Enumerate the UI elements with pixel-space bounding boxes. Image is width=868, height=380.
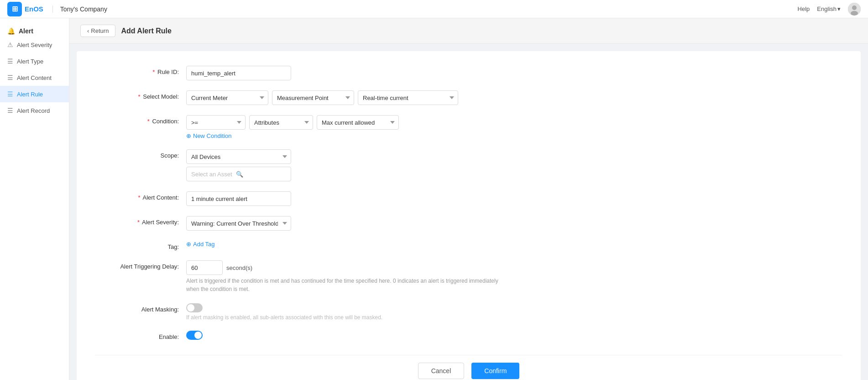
top-nav: ⊞ EnOS Tony's Company Help English ▾ [0, 0, 868, 18]
search-icon: 🔍 [236, 171, 243, 178]
alert-masking-row: Alert Masking: If alert masking is enabl… [95, 303, 842, 321]
alert-masking-label: Alert Masking: [95, 303, 186, 313]
alert-content-row: * Alert Content: [95, 191, 842, 206]
alert-rule-icon: ☰ [7, 90, 13, 98]
tag-control: ⊕ Add Tag [186, 241, 506, 248]
select-model-row: * Select Model: Current Meter Measuremen… [95, 90, 842, 105]
condition-control: >= Attributes Max current allowed ⊕ New … [186, 115, 506, 139]
return-arrow-icon: ‹ [87, 27, 89, 34]
rule-id-label: * Rule ID: [95, 66, 186, 75]
cancel-button[interactable]: Cancel [418, 363, 465, 379]
alert-severity-label: * Alert Severity: [95, 216, 186, 226]
realtime-select[interactable]: Real-time current [358, 90, 458, 105]
condition-group: >= Attributes Max current allowed [186, 115, 506, 130]
select-model-group: Current Meter Measurement Point Real-tim… [186, 90, 506, 105]
sidebar: 🔔 Alert ⚠ Alert Severity ☰ Alert Type ☰ … [0, 18, 69, 380]
scope-control: All Devices Select an Asset 🔍 [186, 149, 506, 181]
tag-row: Tag: ⊕ Add Tag [95, 241, 842, 250]
alert-triggering-delay-control: second(s) Alert is triggered if the cond… [186, 260, 506, 293]
language-selector[interactable]: English ▾ [817, 5, 841, 12]
company-name: Tony's Company [52, 5, 107, 13]
alert-masking-toggle[interactable] [186, 303, 203, 312]
select-model-label: * Select Model: [95, 90, 186, 100]
delay-hint: Alert is triggered if the condition is m… [186, 277, 506, 293]
help-link[interactable]: Help [798, 5, 810, 12]
threshold-select[interactable]: Max current allowed [317, 115, 399, 130]
alert-triggering-delay-label: Alert Triggering Delay: [95, 260, 186, 270]
rule-id-row: * Rule ID: [95, 66, 842, 80]
page-header: ‹ Return Add Alert Rule [69, 18, 868, 44]
app-layout: 🔔 Alert ⚠ Alert Severity ☰ Alert Type ☰ … [0, 18, 868, 380]
alert-severity-icon: ⚠ [7, 41, 13, 48]
alert-content-icon: ☰ [7, 74, 13, 81]
alert-triggering-delay-row: Alert Triggering Delay: second(s) Alert … [95, 260, 842, 293]
alert-record-icon: ☰ [7, 107, 13, 114]
main-content: ‹ Return Add Alert Rule * Rule ID: * [69, 18, 868, 380]
add-tag-icon: ⊕ [186, 241, 191, 248]
measurement-point-select[interactable]: Measurement Point [272, 90, 354, 105]
condition-label: * Condition: [95, 115, 186, 125]
sidebar-section-alert: 🔔 Alert [0, 22, 69, 37]
enable-row: Enable: [95, 331, 842, 340]
enable-control [186, 331, 506, 340]
tag-label: Tag: [95, 241, 186, 250]
scope-row: Scope: All Devices Select an Asset 🔍 [95, 149, 842, 181]
rule-id-input[interactable] [186, 66, 291, 80]
app-icon: ⊞ [7, 2, 22, 16]
add-condition-button[interactable]: ⊕ New Condition [186, 132, 506, 139]
model-select[interactable]: Current Meter [186, 90, 268, 105]
user-avatar[interactable] [848, 3, 861, 16]
add-tag-button[interactable]: ⊕ Add Tag [186, 241, 506, 248]
scope-select[interactable]: All Devices [186, 149, 291, 164]
logo-text: EnOS [25, 5, 43, 13]
return-button[interactable]: ‹ Return [80, 25, 115, 37]
condition-row: * Condition: >= Attributes Max current a… [95, 115, 842, 139]
scope-label: Scope: [95, 149, 186, 159]
delay-unit: second(s) [226, 264, 252, 271]
page-title: Add Alert Rule [121, 27, 172, 35]
select-asset-field[interactable]: Select an Asset 🔍 [186, 167, 291, 181]
nav-right: Help English ▾ [798, 3, 861, 16]
rule-id-control [186, 66, 506, 80]
delay-input[interactable] [186, 260, 223, 275]
enable-label: Enable: [95, 331, 186, 340]
alert-content-control [186, 191, 506, 206]
form-footer: Cancel Confirm [95, 355, 842, 379]
add-condition-icon: ⊕ [186, 132, 191, 139]
sidebar-item-alert-content[interactable]: ☰ Alert Content [0, 69, 69, 86]
delay-group: second(s) [186, 260, 506, 275]
confirm-button[interactable]: Confirm [471, 363, 519, 379]
masking-hint: If alert masking is enabled, all sub-ale… [186, 314, 506, 321]
alert-severity-row: * Alert Severity: Warning: Current Over … [95, 216, 842, 231]
select-model-control: Current Meter Measurement Point Real-tim… [186, 90, 506, 105]
alert-type-icon: ☰ [7, 58, 13, 65]
logo: ⊞ EnOS [7, 2, 43, 16]
alert-severity-select[interactable]: Warning: Current Over Threshold [186, 216, 291, 231]
enable-toggle[interactable] [186, 331, 203, 340]
sidebar-item-alert-severity[interactable]: ⚠ Alert Severity [0, 37, 69, 53]
scope-group: All Devices Select an Asset 🔍 [186, 149, 506, 181]
attribute-select[interactable]: Attributes [249, 115, 313, 130]
alert-content-label: * Alert Content: [95, 191, 186, 201]
alert-masking-control: If alert masking is enabled, all sub-ale… [186, 303, 506, 321]
svg-point-2 [851, 11, 858, 16]
sidebar-item-alert-record[interactable]: ☰ Alert Record [0, 102, 69, 119]
alert-content-input[interactable] [186, 191, 291, 206]
alert-severity-control: Warning: Current Over Threshold [186, 216, 506, 231]
alert-section-icon: 🔔 [7, 27, 15, 35]
sidebar-item-alert-rule[interactable]: ☰ Alert Rule [0, 86, 69, 102]
operator-select[interactable]: >= [186, 115, 246, 130]
sidebar-item-alert-type[interactable]: ☰ Alert Type [0, 53, 69, 69]
form-area: * Rule ID: * Select Model: Current Meter [77, 51, 861, 380]
svg-point-1 [852, 5, 857, 10]
